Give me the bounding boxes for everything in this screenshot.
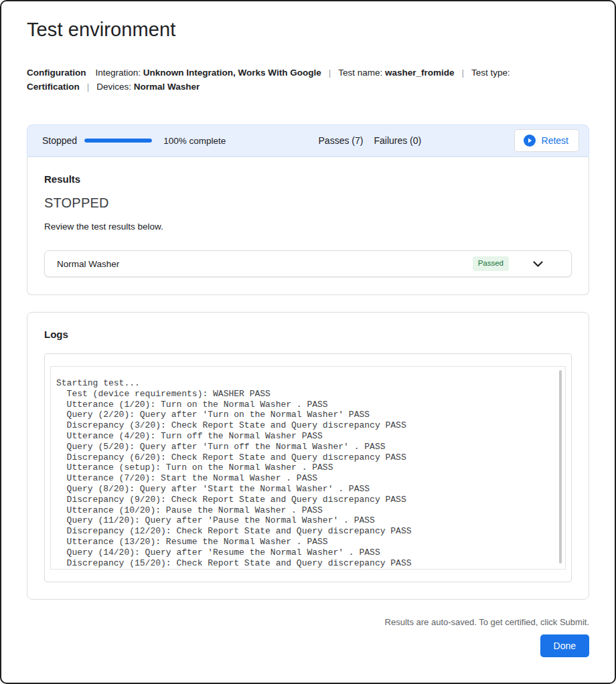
results-status-text: STOPPED [44,195,572,211]
pass-fail-counts: Passes (7) Failures (0) [319,135,422,146]
devices-value: Normal Washer [134,82,200,92]
devices-label: Devices: [96,82,131,92]
results-heading: Results [44,173,572,185]
configuration-heading: Configuration [27,68,86,78]
chevron-down-icon[interactable] [532,258,544,270]
autosave-note: Results are auto-saved. To get certified… [385,617,589,627]
retest-button-label: Retest [542,135,568,146]
configuration-summary: ConfigurationIntegration: Unknown Integr… [27,66,568,94]
test-environment-page: Test environment ConfigurationIntegratio… [0,0,616,684]
device-result-row[interactable]: Normal Washer Passed [44,250,572,277]
scrollbar-thumb[interactable] [559,370,562,564]
passes-count: Passes (7) [319,135,364,146]
integration-label: Integration: [95,68,141,78]
results-instruction: Review the test results below. [44,222,572,232]
progress-bar [84,139,152,143]
page-footer: Results are auto-saved. To get certified… [27,617,589,657]
separator: | [80,82,97,92]
page-title: Test environment [27,19,589,41]
results-section: Results STOPPED Review the test results … [27,157,589,295]
log-output: Starting test... Test (device requiremen… [56,378,549,568]
log-panel: Starting test... Test (device requiremen… [44,353,572,582]
test-status-bar: Stopped 100% complete Passes (7) Failure… [27,124,589,157]
retest-button[interactable]: Retest [514,129,579,152]
logs-heading: Logs [44,329,572,340]
test-type-value: Certification [27,82,80,92]
integration-value: Unknown Integration, Works With Google [143,68,321,78]
separator: | [321,68,339,78]
logs-section: Logs Starting test... Test (device requi… [27,312,589,600]
progress-percent-label: 100% complete [163,136,226,146]
done-button[interactable]: Done [540,634,589,657]
log-scroll-area[interactable]: Starting test... Test (device requiremen… [50,366,566,570]
test-type-label: Test type: [471,68,510,78]
test-name-value: washer_fromide [385,68,455,78]
device-name: Normal Washer [57,259,119,269]
separator: | [455,68,472,78]
test-state-label: Stopped [42,135,77,146]
progress-bar-fill [84,139,152,143]
passed-badge: Passed [473,256,509,271]
test-name-label: Test name: [338,68,382,78]
failures-count: Failures (0) [374,135,421,146]
play-icon [524,135,536,147]
